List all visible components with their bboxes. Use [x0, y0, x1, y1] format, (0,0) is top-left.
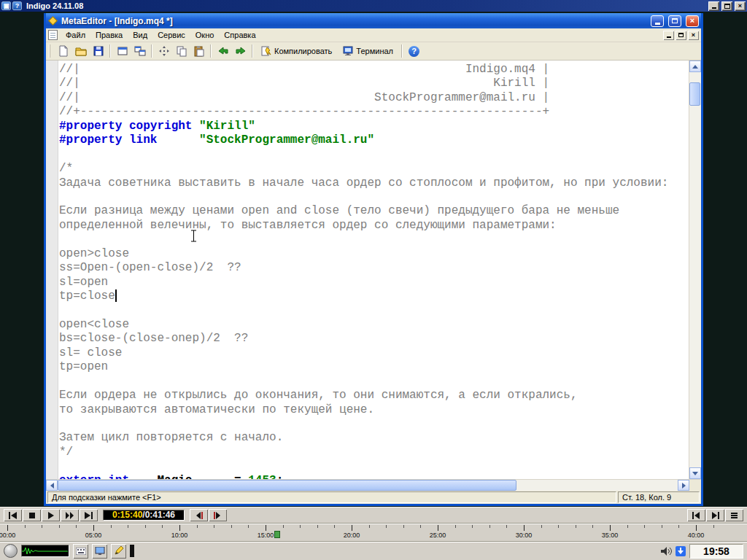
paste-button[interactable] — [190, 44, 207, 59]
play-icon — [47, 512, 55, 519]
tray-clock[interactable]: 19:58 — [689, 544, 743, 559]
player-restore-button[interactable] — [721, 1, 732, 11]
player-titlebar[interactable]: ▣ ? Indigo 24.11.08 × — [0, 0, 747, 12]
timeline-label: 00:00 — [0, 532, 15, 539]
tray-arrow-icon[interactable] — [676, 546, 686, 556]
player-app-icon: ▣ — [1, 1, 11, 10]
copy-icon — [176, 45, 187, 57]
menu-item-window[interactable]: Окно — [190, 29, 220, 41]
code-line-12: определенной велечины, то выставляется о… — [59, 219, 668, 233]
cross-arrows-icon — [158, 45, 170, 57]
code-line-26 — [59, 417, 668, 431]
timeline-tick — [25, 525, 26, 528]
editor-gutter — [46, 61, 58, 479]
frame-back-button[interactable] — [190, 509, 208, 521]
mdi-close-button[interactable]: × — [688, 31, 699, 40]
audio-wave-icon — [22, 545, 69, 556]
horizontal-scrollbar[interactable] — [46, 479, 701, 491]
toolbar-grip[interactable] — [49, 44, 51, 58]
horizontal-scroll-track[interactable] — [58, 480, 678, 491]
menu-item-file[interactable]: Файл — [61, 29, 90, 41]
to-end-icon — [84, 512, 93, 519]
menu-bar: ФайлПравкаВидСервисОкноСправка × — [46, 28, 701, 42]
code-line-3: //| StockProgrammer@mail.ru | — [59, 91, 668, 105]
jump-next-button[interactable] — [706, 509, 724, 521]
code-line-13 — [59, 233, 668, 246]
code-line-22: tp=open — [59, 360, 668, 374]
timeline-marker[interactable] — [274, 531, 280, 538]
timeline-tick — [93, 525, 94, 531]
scroll-left-button[interactable] — [46, 480, 58, 491]
metaeditor-minimize-button[interactable] — [651, 15, 664, 27]
timeline-tick — [369, 525, 370, 528]
restore-icon — [724, 4, 730, 9]
pen-color-swatch[interactable] — [130, 545, 134, 557]
player-help-icon[interactable]: ? — [12, 1, 22, 10]
timeline-tick — [506, 525, 507, 528]
horizontal-scroll-thumb[interactable] — [58, 480, 516, 491]
open-file-button[interactable] — [72, 44, 89, 59]
metaeditor-close-button[interactable]: × — [686, 15, 699, 27]
menu-item-view[interactable]: Вид — [128, 29, 152, 41]
terminal-button[interactable]: Терминал — [338, 44, 398, 59]
window-layout-button[interactable] — [114, 44, 131, 59]
pencil-icon — [114, 546, 123, 556]
playback-controls-row: 0:15:40/0:41:46 — [0, 508, 747, 523]
screen-icon — [95, 547, 105, 556]
player-bottombar: 19:58 — [0, 541, 747, 560]
save-button[interactable] — [90, 44, 107, 59]
player-minimize-button[interactable] — [708, 1, 719, 11]
code-line-14: open>close — [59, 247, 668, 261]
menu-item-tools[interactable]: Сервис — [152, 29, 190, 41]
stop-button[interactable] — [23, 509, 41, 521]
redo-button[interactable] — [232, 44, 249, 59]
copy-button[interactable] — [173, 44, 190, 59]
metaeditor-maximize-button[interactable] — [668, 15, 681, 27]
keyboard-shortcuts-button[interactable] — [73, 544, 88, 559]
fast-forward-button[interactable] — [61, 509, 79, 521]
vertical-scrollbar[interactable] — [689, 61, 701, 479]
frame-forward-icon — [214, 512, 222, 519]
timeline-label: 30:00 — [516, 532, 533, 539]
arrow-up-icon — [692, 65, 698, 69]
playlist-button[interactable] — [725, 509, 743, 521]
new-file-button[interactable] — [55, 44, 71, 59]
to-start-button[interactable] — [4, 509, 22, 521]
timeline-ruler[interactable]: 00:0005:0010:0015:0020:0025:0030:0035:00… — [0, 523, 747, 541]
timeline-tick — [179, 525, 180, 531]
mdi-minimize-button[interactable] — [663, 31, 674, 40]
move-button[interactable] — [155, 44, 172, 59]
pencil-tool-button[interactable] — [111, 544, 126, 559]
compile-icon — [261, 46, 271, 56]
menu-item-help[interactable]: Справка — [219, 29, 260, 41]
vertical-scroll-track[interactable] — [689, 72, 701, 467]
screen-button[interactable] — [92, 544, 107, 559]
menu-item-edit[interactable]: Правка — [90, 29, 128, 41]
volume-knob-icon[interactable] — [4, 544, 18, 558]
window-tile-button[interactable] — [131, 44, 148, 59]
frame-forward-button[interactable] — [209, 509, 227, 521]
scrollbar-corner — [689, 480, 701, 491]
scroll-right-button[interactable] — [678, 480, 689, 491]
document-icon[interactable] — [48, 30, 58, 40]
code-line-6: #property link "StockProgrammer@mail.ru" — [59, 133, 668, 147]
compile-button[interactable]: Компилировать — [256, 44, 337, 59]
timeline-tick — [472, 525, 473, 528]
help-button[interactable]: ? — [406, 44, 422, 59]
undo-button[interactable] — [214, 44, 231, 59]
mdi-restore-button[interactable] — [676, 31, 686, 40]
to-end-button[interactable] — [80, 509, 98, 521]
tray-speaker-icon[interactable] — [660, 546, 672, 556]
timeline-tick — [678, 525, 679, 528]
code-line-24: Если ордера не открылись до окончания, т… — [59, 389, 668, 402]
code-editor[interactable]: //| Indigo.mq4 |//| Kirill |//| StockPro… — [46, 61, 689, 479]
timeline-tick — [403, 525, 404, 528]
vertical-scroll-thumb[interactable] — [689, 82, 700, 106]
jump-prev-button[interactable] — [687, 509, 705, 521]
play-button[interactable] — [42, 509, 60, 521]
scroll-up-button[interactable] — [689, 61, 701, 72]
player-close-button[interactable]: × — [735, 1, 746, 11]
toolbar: Компилировать Терминал ? — [46, 42, 701, 61]
metaeditor-titlebar[interactable]: MetaEditor - [Indigo.mq4 *] × — [46, 13, 701, 28]
scroll-down-button[interactable] — [689, 467, 701, 479]
